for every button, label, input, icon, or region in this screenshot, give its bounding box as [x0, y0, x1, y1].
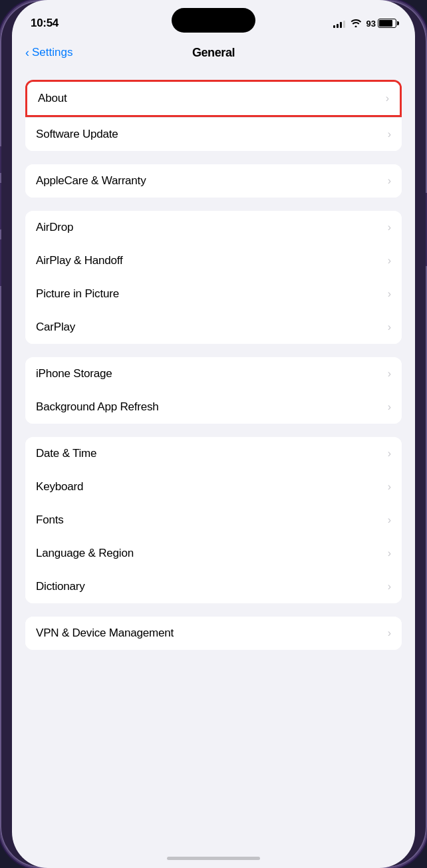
airplay-handoff-row[interactable]: AirPlay & Handoff ›	[25, 244, 402, 277]
date-time-label: Date & Time	[36, 447, 96, 460]
date-time-row[interactable]: Date & Time ›	[25, 437, 402, 470]
connectivity-section: AirDrop › AirPlay & Handoff › Picture in…	[25, 211, 402, 344]
airplay-chevron-icon: ›	[388, 255, 391, 267]
airdrop-label: AirDrop	[36, 221, 73, 234]
language-region-label: Language & Region	[36, 547, 134, 560]
mute-button[interactable]	[0, 146, 1, 173]
signal-bar-1	[333, 25, 335, 28]
storage-chevron-icon: ›	[388, 368, 391, 380]
about-chevron-icon: ›	[386, 92, 389, 104]
back-button[interactable]: ‹ Settings	[25, 46, 72, 60]
about-highlight-border: About ›	[25, 80, 402, 117]
lang-region-chevron-icon: ›	[388, 547, 391, 559]
fonts-row[interactable]: Fonts ›	[25, 504, 402, 537]
battery-icon	[378, 19, 396, 28]
vpn-device-management-row[interactable]: VPN & Device Management ›	[25, 617, 402, 650]
storage-section: iPhone Storage › Background App Refresh …	[25, 357, 402, 424]
background-app-refresh-label: Background App Refresh	[36, 400, 159, 414]
software-update-label: Software Update	[36, 128, 118, 141]
dictionary-chevron-icon: ›	[388, 581, 391, 593]
software-update-section: Software Update ›	[25, 117, 402, 151]
software-update-chevron-icon: ›	[388, 128, 391, 140]
nav-bar: ‹ Settings General	[12, 36, 415, 69]
signal-icon	[333, 19, 345, 28]
iphone-storage-row[interactable]: iPhone Storage ›	[25, 357, 402, 390]
picture-in-picture-row[interactable]: Picture in Picture ›	[25, 277, 402, 311]
signal-bar-4	[343, 21, 345, 28]
battery-fill	[379, 20, 392, 27]
dynamic-island	[172, 8, 255, 33]
fonts-chevron-icon: ›	[388, 514, 391, 526]
keyboard-row[interactable]: Keyboard ›	[25, 470, 402, 504]
settings-content: About › Software Update › AppleCare & Wa…	[12, 69, 415, 868]
applecare-warranty-row[interactable]: AppleCare & Warranty ›	[25, 164, 402, 198]
background-app-refresh-row[interactable]: Background App Refresh ›	[25, 390, 402, 424]
keyboard-chevron-icon: ›	[388, 481, 391, 493]
about-row[interactable]: About ›	[27, 82, 400, 115]
applecare-chevron-icon: ›	[388, 175, 391, 187]
phone-frame: 10:54 93	[0, 0, 427, 868]
status-time: 10:54	[31, 17, 59, 30]
pip-chevron-icon: ›	[388, 288, 391, 300]
signal-bar-2	[337, 24, 339, 28]
phone-screen: 10:54 93	[12, 0, 415, 868]
battery-indicator: 93	[366, 19, 396, 29]
vpn-device-management-label: VPN & Device Management	[36, 627, 174, 640]
vpn-chevron-icon: ›	[388, 627, 391, 639]
airdrop-chevron-icon: ›	[388, 221, 391, 233]
about-label: About	[38, 92, 67, 105]
iphone-storage-label: iPhone Storage	[36, 367, 112, 380]
keyboard-label: Keyboard	[36, 480, 83, 494]
volume-up-button[interactable]	[0, 183, 1, 229]
status-bar: 10:54 93	[12, 0, 415, 36]
carplay-chevron-icon: ›	[388, 321, 391, 333]
back-label: Settings	[32, 46, 72, 59]
applecare-section: AppleCare & Warranty ›	[25, 164, 402, 198]
bg-refresh-chevron-icon: ›	[388, 401, 391, 413]
applecare-warranty-label: AppleCare & Warranty	[36, 174, 146, 188]
signal-bar-3	[340, 22, 342, 28]
home-indicator	[167, 857, 260, 860]
airdrop-row[interactable]: AirDrop ›	[25, 211, 402, 244]
battery-percent: 93	[366, 19, 376, 29]
carplay-row[interactable]: CarPlay ›	[25, 311, 402, 344]
dictionary-row[interactable]: Dictionary ›	[25, 570, 402, 603]
top-section: About › Software Update ›	[25, 80, 402, 151]
volume-down-button[interactable]	[0, 239, 1, 286]
language-region-row[interactable]: Language & Region ›	[25, 537, 402, 570]
airplay-handoff-label: AirPlay & Handoff	[36, 254, 122, 267]
page-title: General	[192, 46, 235, 60]
back-chevron-icon: ‹	[25, 46, 29, 60]
dictionary-label: Dictionary	[36, 580, 85, 593]
fonts-label: Fonts	[36, 513, 64, 527]
date-time-chevron-icon: ›	[388, 448, 391, 460]
management-section: VPN & Device Management ›	[25, 617, 402, 650]
software-update-row[interactable]: Software Update ›	[25, 118, 402, 151]
wifi-icon	[350, 18, 362, 29]
carplay-label: CarPlay	[36, 321, 75, 334]
system-section: Date & Time › Keyboard › Fonts › Languag…	[25, 437, 402, 603]
status-icons: 93	[333, 18, 396, 29]
picture-in-picture-label: Picture in Picture	[36, 287, 119, 301]
